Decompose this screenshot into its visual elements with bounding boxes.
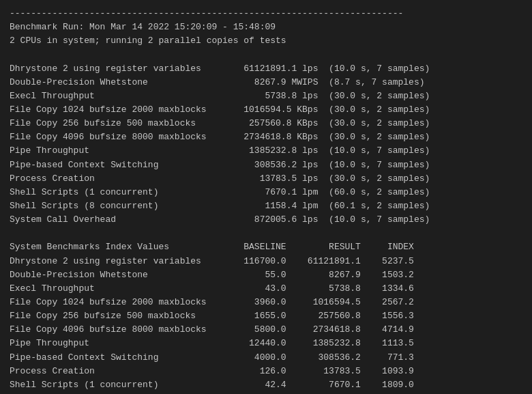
terminal-content: ----------------------------------------… [10,7,522,394]
terminal: ----------------------------------------… [10,7,522,394]
